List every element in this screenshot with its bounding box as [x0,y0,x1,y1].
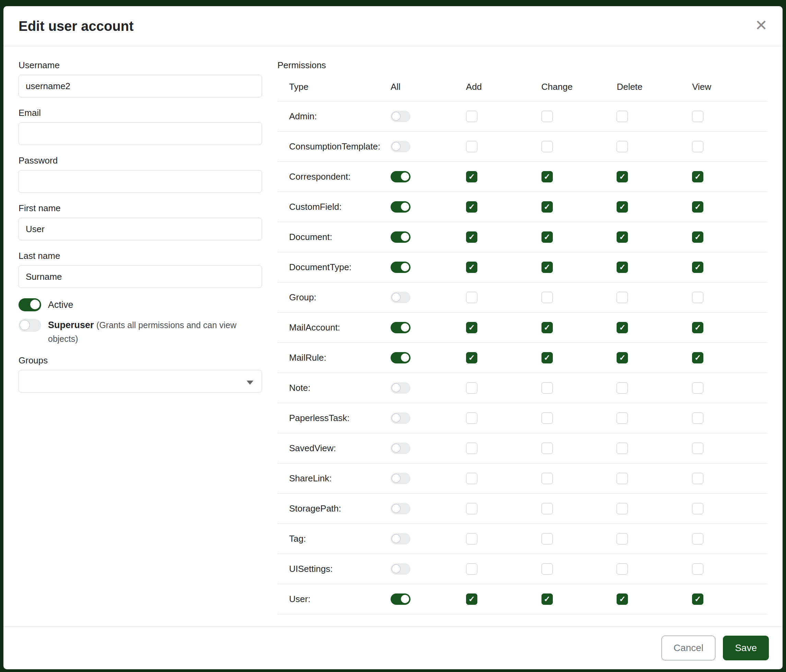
permission-change-checkbox[interactable]: ✓ [541,593,553,605]
permission-add-checkbox[interactable] [466,533,477,545]
permission-delete-checkbox[interactable]: ✓ [616,593,628,605]
permission-view-checkbox[interactable]: ✓ [692,201,703,213]
username-input[interactable] [19,75,262,97]
permission-all-toggle[interactable] [391,231,410,243]
permission-all-toggle[interactable] [391,322,410,333]
permission-change-checkbox[interactable] [541,111,553,122]
groups-select[interactable] [19,370,262,393]
password-input[interactable] [19,170,262,193]
permission-add-checkbox[interactable]: ✓ [466,201,477,213]
permission-delete-checkbox[interactable]: ✓ [616,231,628,243]
permission-add-checkbox[interactable]: ✓ [466,231,477,243]
permission-view-checkbox[interactable]: ✓ [692,262,703,273]
permission-add-checkbox[interactable] [466,382,477,394]
permission-change-checkbox[interactable] [541,413,553,424]
permission-view-checkbox[interactable] [692,141,703,152]
permission-all-toggle[interactable] [391,443,410,454]
permission-add-checkbox[interactable] [466,503,477,514]
permission-view-checkbox[interactable]: ✓ [692,593,703,605]
permission-delete-checkbox[interactable]: ✓ [616,262,628,273]
permission-add-checkbox[interactable] [466,563,477,575]
permission-delete-checkbox[interactable] [616,111,628,122]
permission-delete-checkbox[interactable] [616,382,628,394]
last-name-input[interactable] [19,265,262,288]
permission-all-toggle[interactable] [391,111,410,122]
permission-view-checkbox[interactable] [692,292,703,303]
permission-type-label: ConsumptionTemplate: [277,132,391,162]
permission-all-toggle[interactable] [391,352,410,363]
permission-view-checkbox[interactable] [692,111,703,122]
permission-change-checkbox[interactable] [541,141,553,152]
close-icon[interactable]: ✕ [755,18,767,33]
permission-all-toggle[interactable] [391,473,410,484]
permission-view-checkbox[interactable]: ✓ [692,352,703,363]
permission-change-checkbox[interactable] [541,503,553,514]
permission-all-toggle[interactable] [391,593,410,605]
permission-all-toggle[interactable] [391,563,410,575]
permission-delete-checkbox[interactable]: ✓ [616,352,628,363]
permission-delete-checkbox[interactable] [616,443,628,454]
permission-delete-checkbox[interactable] [616,533,628,545]
permission-delete-checkbox[interactable]: ✓ [616,171,628,182]
permission-change-checkbox[interactable]: ✓ [541,171,553,182]
permission-view-checkbox[interactable] [692,443,703,454]
permission-add-checkbox[interactable] [466,443,477,454]
permission-view-checkbox[interactable] [692,533,703,545]
permission-add-checkbox[interactable] [466,413,477,424]
permission-add-checkbox[interactable]: ✓ [466,593,477,605]
permission-add-checkbox[interactable] [466,292,477,303]
permission-view-checkbox[interactable]: ✓ [692,171,703,182]
permission-delete-checkbox[interactable] [616,473,628,484]
save-button[interactable]: Save [723,636,769,660]
superuser-text: Superuser (Grants all permissions and ca… [48,318,240,345]
permission-view-checkbox[interactable] [692,382,703,394]
permission-view-checkbox[interactable]: ✓ [692,322,703,333]
permission-all-toggle[interactable] [391,292,410,303]
permission-change-checkbox[interactable] [541,292,553,303]
permission-change-checkbox[interactable]: ✓ [541,201,553,213]
permission-change-checkbox[interactable]: ✓ [541,231,553,243]
permission-change-checkbox[interactable]: ✓ [541,262,553,273]
permission-view-checkbox[interactable]: ✓ [692,231,703,243]
permission-add-checkbox[interactable] [466,141,477,152]
permission-delete-checkbox[interactable] [616,413,628,424]
permission-all-toggle[interactable] [391,171,410,182]
permission-delete-checkbox[interactable] [616,563,628,575]
permission-add-checkbox[interactable] [466,111,477,122]
permission-add-checkbox[interactable]: ✓ [466,262,477,273]
permission-all-toggle[interactable] [391,262,410,273]
permission-add-checkbox[interactable]: ✓ [466,171,477,182]
permission-all-toggle[interactable] [391,533,410,545]
permission-all-toggle[interactable] [391,413,410,424]
permission-delete-checkbox[interactable] [616,292,628,303]
permission-all-toggle[interactable] [391,503,410,514]
permission-all-toggle[interactable] [391,382,410,394]
active-toggle[interactable] [19,298,41,311]
permission-all-toggle[interactable] [391,141,410,152]
permission-change-checkbox[interactable] [541,533,553,545]
permission-view-checkbox[interactable] [692,563,703,575]
cancel-button[interactable]: Cancel [662,636,715,660]
permission-change-checkbox[interactable]: ✓ [541,352,553,363]
permission-delete-checkbox[interactable] [616,503,628,514]
toggle-knob [391,293,401,302]
permission-delete-checkbox[interactable]: ✓ [616,201,628,213]
permission-delete-checkbox[interactable]: ✓ [616,322,628,333]
permission-view-checkbox[interactable] [692,473,703,484]
superuser-toggle[interactable] [19,319,41,332]
permission-add-checkbox[interactable]: ✓ [466,352,477,363]
permission-change-checkbox[interactable]: ✓ [541,322,553,333]
permission-change-checkbox[interactable] [541,443,553,454]
permission-change-checkbox[interactable] [541,563,553,575]
permission-delete-checkbox[interactable] [616,141,628,152]
permission-change-checkbox[interactable] [541,382,553,394]
permission-view-checkbox[interactable] [692,503,703,514]
permission-add-checkbox[interactable] [466,473,477,484]
permission-all-toggle[interactable] [391,201,410,213]
permission-view-checkbox[interactable] [692,413,703,424]
permission-change-checkbox[interactable] [541,473,553,484]
permission-add-checkbox[interactable]: ✓ [466,322,477,333]
first-name-input[interactable] [19,218,262,240]
email-input[interactable] [19,122,262,145]
modal-body: Username Email Password First name Last … [3,46,783,626]
